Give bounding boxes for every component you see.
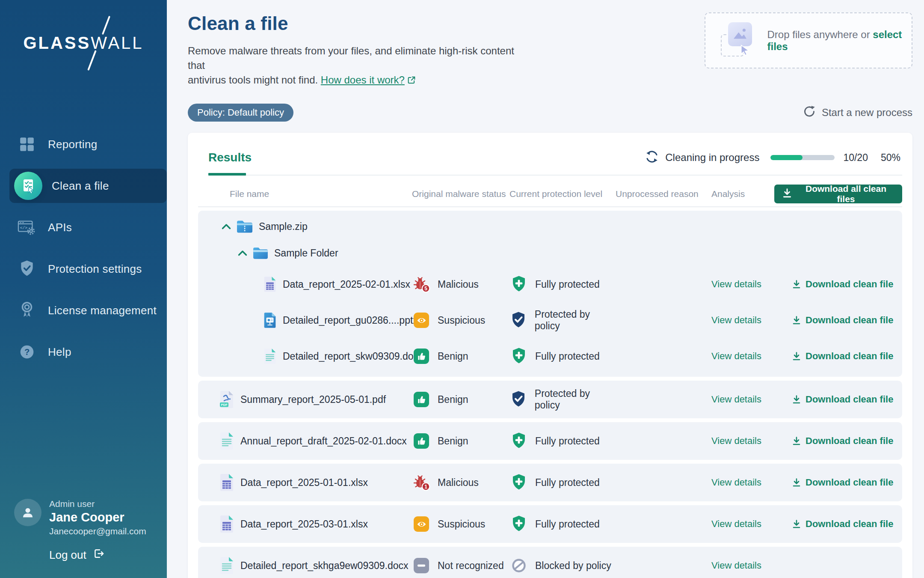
start-new-process-button[interactable]: Start a new process — [803, 105, 912, 120]
sidebar-item-label: APIs — [48, 221, 72, 234]
download-clean-file-link[interactable]: Download clean file — [774, 518, 893, 530]
cursor-arrow-icon — [740, 45, 751, 57]
sidebar-item-help[interactable]: ? Help — [0, 335, 167, 369]
cleaning-progress: Cleaning in progress 10/20 50% — [645, 149, 900, 166]
view-details-link[interactable]: View details — [711, 315, 761, 326]
docx-file-icon — [219, 432, 234, 450]
results-panel: Results Cleaning in progress 10/20 50% — [188, 133, 912, 578]
download-clean-file-link[interactable]: Download clean file — [774, 394, 893, 405]
view-details-link[interactable]: View details — [711, 351, 761, 362]
xlsx-file-icon — [263, 276, 277, 293]
suspicious-eye-icon — [412, 516, 431, 532]
file-name[interactable]: Data_report_2025-02-01.xlsx — [283, 279, 410, 290]
protection-status: Fully protected — [535, 477, 600, 489]
file-name[interactable]: Detailed_report_skw09309.docx — [283, 351, 424, 362]
chevron-up-icon[interactable] — [222, 223, 231, 229]
protection-status: Fully protected — [535, 435, 600, 447]
svg-text:?: ? — [24, 347, 30, 357]
xlsx-file-icon — [219, 473, 234, 492]
download-clean-file-link[interactable]: Download clean file — [774, 477, 893, 488]
view-details-link[interactable]: View details — [711, 477, 761, 488]
table-row: Detailed_report_gu0286....pptx Suspiciou… — [198, 302, 902, 338]
malware-status: Benign — [438, 394, 468, 405]
sidebar-item-apis[interactable]: </> APIs — [0, 210, 167, 244]
policy-badge: Policy: Default policy — [188, 104, 293, 122]
download-all-clean-files-button[interactable]: Download all clean files — [774, 185, 902, 203]
sidebar-item-label: Clean a file — [52, 179, 109, 193]
protection-status: Protected by policy — [535, 388, 616, 411]
view-details-link[interactable]: View details — [711, 279, 761, 290]
benign-thumbs-up-icon — [412, 392, 431, 407]
api-window-gear-icon: </> — [18, 218, 36, 237]
shield-plus-icon — [509, 515, 528, 533]
sync-icon — [645, 149, 659, 166]
file-name[interactable]: Sample.zip — [259, 221, 308, 232]
file-name[interactable]: Annual_report_draft_2025-02-01.docx — [240, 435, 407, 447]
malware-count-badge: 1 — [424, 484, 427, 490]
malware-status: Not recognized — [438, 560, 504, 572]
column-protection-level: Current protection level — [509, 189, 616, 199]
view-details-link[interactable]: View details — [711, 435, 761, 447]
license-medal-icon — [18, 301, 36, 320]
malware-status: Benign — [438, 351, 468, 362]
tab-results[interactable]: Results — [208, 151, 252, 164]
table-row: Data_report_2025-01-01.xlsx — [198, 464, 902, 501]
table-row-zip: Sample.zip — [198, 213, 902, 240]
sidebar-nav: Reporting Clean a file — [0, 127, 167, 376]
help-question-icon: ? — [18, 343, 36, 361]
file-name[interactable]: Summary_report_2025-05-01.pdf — [240, 394, 386, 405]
download-clean-file-link[interactable]: Download clean file — [774, 435, 893, 447]
view-details-link[interactable]: View details — [711, 518, 761, 530]
docx-file-icon — [219, 556, 234, 575]
protection-status: Fully protected — [535, 351, 600, 362]
shield-plus-icon — [509, 432, 528, 450]
malware-status: Suspicious — [438, 518, 485, 530]
how-does-it-work-link[interactable]: How does it work? — [321, 74, 405, 86]
main-content: Clean a file Remove malware threats from… — [167, 0, 924, 578]
table-row: Annual_report_draft_2025-02-01.docx Beni… — [198, 422, 902, 460]
shield-plus-icon — [509, 275, 528, 293]
malware-status: Benign — [438, 435, 468, 447]
file-name[interactable]: Data_report_2025-03-01.xlsx — [240, 518, 368, 530]
user-section: Admin user Jane Cooper Janecooper@gmail.… — [0, 499, 167, 578]
table-row: Data_report_2025-03-01.xlsx Suspicious F… — [198, 505, 902, 543]
sidebar-item-protection-settings[interactable]: Protection settings — [0, 252, 167, 286]
svg-text:PDF: PDF — [221, 403, 228, 407]
page-description: Remove malware threats from your files, … — [188, 44, 521, 88]
download-clean-file-link[interactable]: Download clean file — [774, 351, 893, 362]
file-name[interactable]: Sample Folder — [274, 247, 338, 259]
protection-status: Fully protected — [535, 518, 600, 530]
shield-plus-icon — [509, 474, 528, 492]
file-name[interactable]: Detailed_report_skhga9ew09309.docx — [240, 560, 409, 572]
sidebar-item-clean-a-file[interactable]: Clean a file — [9, 169, 167, 203]
sidebar-item-label: Help — [48, 346, 71, 359]
table-row: PDF Summary_report_2025-05-01.pdf Benign — [198, 381, 902, 418]
zip-folder-icon — [236, 219, 253, 234]
sidebar-item-license-management[interactable]: License management — [0, 293, 167, 328]
file-name[interactable]: Data_report_2025-01-01.xlsx — [240, 477, 368, 489]
file-dropzone[interactable]: Drop files anywhere or select files — [705, 12, 912, 69]
logout-button[interactable]: Log out — [49, 548, 158, 563]
protection-status: Blocked by policy — [535, 560, 611, 572]
column-malware-status: Original malware status — [412, 189, 509, 199]
dropzone-text: Drop files anywhere or select files — [767, 29, 912, 53]
malicious-bug-icon: 1 — [412, 474, 431, 492]
user-role: Admin user — [49, 499, 146, 509]
view-details-link[interactable]: View details — [711, 394, 761, 405]
malware-status: Suspicious — [438, 315, 485, 326]
malware-count-badge: 5 — [424, 286, 427, 292]
view-details-link[interactable]: View details — [711, 560, 761, 571]
chevron-up-icon[interactable] — [238, 250, 247, 256]
refresh-icon — [803, 105, 816, 120]
logo-slash-icon — [102, 16, 110, 35]
benign-thumbs-up-icon — [412, 433, 431, 449]
avatar — [14, 499, 41, 526]
shield-check-navy-icon — [509, 311, 528, 329]
download-clean-file-link[interactable]: Download clean file — [774, 279, 893, 290]
clean-file-icon — [14, 172, 42, 200]
column-unprocessed-reason: Unprocessed reason — [616, 189, 711, 199]
sidebar-item-reporting[interactable]: Reporting — [0, 127, 167, 161]
download-clean-file-link[interactable]: Download clean file — [774, 315, 893, 326]
sidebar: GLASSWALL Reporting Clean a file — [0, 0, 167, 578]
file-name[interactable]: Detailed_report_gu0286....pptx — [283, 315, 418, 326]
